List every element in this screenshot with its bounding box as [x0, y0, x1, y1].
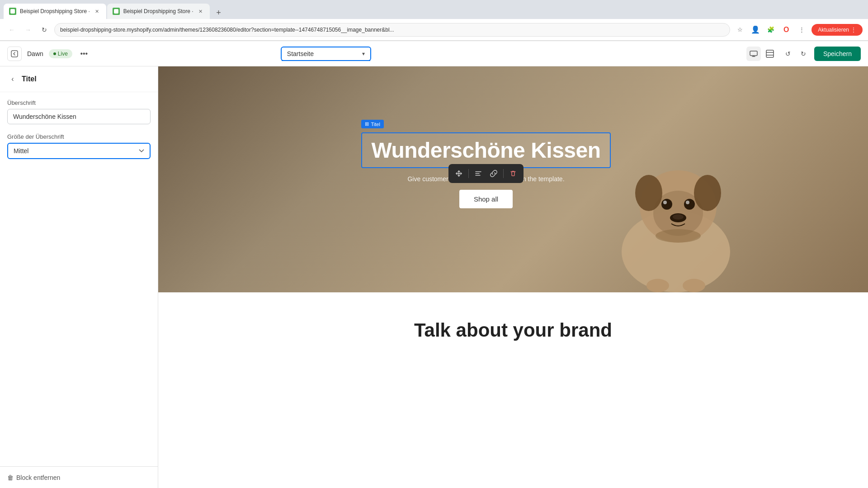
- panel-content: Überschrift Größe der Überschrift Klein …: [0, 92, 158, 466]
- address-input[interactable]: beispiel-dropshipping-store.myshopify.co…: [54, 23, 730, 37]
- editor-header: Dawn Live ••• Startseite ▾ ↺ ↻ Speichern: [0, 41, 868, 66]
- tab-2[interactable]: Beispiel Dropshipping Store · ✕: [107, 4, 210, 19]
- panel-footer: 🗑 Block entfernen: [0, 466, 158, 488]
- browser-toolbar-icons: ☆ 👤 🧩 O ⋮: [734, 23, 808, 36]
- tab-1-favicon: [9, 8, 16, 15]
- ueberschrift-input[interactable]: [7, 109, 151, 124]
- page-selector: Startseite ▾: [281, 47, 371, 61]
- toolbar-delete-button[interactable]: [506, 167, 520, 180]
- title-selected-box: Wunderschöne Kissen: [361, 132, 610, 168]
- left-panel: ‹ Titel Überschrift Größe der Überschrif…: [0, 66, 158, 488]
- panel-header: ‹ Titel: [0, 66, 158, 92]
- title-label-icon: ⊞: [365, 121, 369, 127]
- editor-main: ‹ Titel Überschrift Größe der Überschrif…: [0, 66, 868, 488]
- toolbar-separator-2: [503, 169, 504, 178]
- live-dot: [53, 52, 56, 55]
- brand-section: Talk about your brand: [158, 292, 868, 368]
- panel-back-button[interactable]: ‹: [7, 74, 18, 84]
- bookmark-icon[interactable]: ☆: [734, 23, 746, 36]
- svg-rect-4: [766, 50, 774, 57]
- section-view-icon[interactable]: [763, 47, 777, 61]
- address-bar: ← → ↻ beispiel-dropshipping-store.myshop…: [0, 19, 868, 41]
- shop-all-button[interactable]: Shop all: [459, 190, 513, 208]
- svg-rect-3: [750, 51, 757, 56]
- svg-point-16: [646, 279, 669, 292]
- toolbar-separator-1: [468, 169, 469, 178]
- profile-icon[interactable]: 👤: [749, 23, 762, 36]
- undo-redo-group: ↺ ↻: [781, 47, 811, 61]
- update-button[interactable]: Aktualisieren ⋮: [811, 24, 863, 36]
- svg-point-13: [673, 214, 684, 220]
- svg-rect-2: [11, 51, 18, 57]
- forward-button[interactable]: →: [22, 23, 34, 36]
- tab-2-title: Beispiel Dropshipping Store ·: [123, 8, 193, 14]
- ueberschrift-group: Überschrift: [7, 99, 151, 124]
- svg-point-10: [663, 201, 667, 204]
- back-button[interactable]: ←: [5, 23, 18, 36]
- editor-back-button[interactable]: [7, 47, 22, 61]
- preview-frame: ⊞ Titel Wunderschöne Kissen: [158, 66, 868, 488]
- block-remove-button[interactable]: 🗑 Block entfernen: [7, 474, 60, 481]
- live-badge: Live: [49, 49, 72, 58]
- preview-area: ⊞ Titel Wunderschöne Kissen: [158, 66, 868, 488]
- toolbar-move-button[interactable]: [452, 167, 466, 180]
- panel-title: Titel: [22, 75, 37, 83]
- redo-button[interactable]: ↻: [796, 47, 811, 61]
- refresh-button[interactable]: ↻: [38, 23, 51, 36]
- tab-1-close[interactable]: ✕: [94, 8, 101, 15]
- svg-point-18: [656, 229, 701, 243]
- title-block[interactable]: ⊞ Titel Wunderschöne Kissen: [361, 132, 610, 168]
- groesse-group: Größe der Überschrift Klein Mittel Groß: [7, 133, 151, 159]
- title-label: ⊞ Titel: [361, 120, 383, 128]
- new-tab-button[interactable]: +: [212, 6, 225, 19]
- svg-point-14: [635, 175, 662, 211]
- theme-name: Dawn: [27, 50, 43, 57]
- brand-title: Talk about your brand: [176, 319, 850, 341]
- tab-2-close[interactable]: ✕: [197, 8, 204, 15]
- settings-icon[interactable]: ⋮: [795, 23, 808, 36]
- tab-1-title: Beispiel Dropshipping Store ·: [20, 8, 90, 14]
- tab-2-favicon: [113, 8, 120, 15]
- extensions-icon[interactable]: 🧩: [764, 23, 777, 36]
- toolbar-align-button[interactable]: [472, 167, 485, 180]
- view-toggle: [746, 47, 777, 61]
- toolbar-link-button[interactable]: [487, 167, 500, 180]
- undo-button[interactable]: ↺: [781, 47, 795, 61]
- svg-rect-1: [114, 9, 118, 14]
- trash-icon: 🗑: [7, 474, 14, 481]
- floating-toolbar: [448, 164, 524, 183]
- groesse-label: Größe der Überschrift: [7, 133, 151, 140]
- chevron-down-icon: ▾: [362, 51, 365, 57]
- hero-title: Wunderschöne Kissen: [371, 138, 600, 163]
- svg-point-8: [661, 199, 672, 210]
- pug-image: [608, 121, 762, 292]
- tab-1[interactable]: Beispiel Dropshipping Store · ✕: [4, 4, 106, 19]
- address-url: beispiel-dropshipping-store.myshopify.co…: [60, 27, 394, 33]
- ueberschrift-label: Überschrift: [7, 99, 151, 106]
- page-dropdown[interactable]: Startseite ▾: [281, 47, 371, 61]
- desktop-view-icon[interactable]: [746, 47, 761, 61]
- svg-point-9: [684, 199, 695, 210]
- tab-bar: Beispiel Dropshipping Store · ✕ Beispiel…: [0, 0, 868, 19]
- save-button[interactable]: Speichern: [814, 47, 861, 61]
- svg-point-17: [683, 279, 705, 292]
- hero-banner: ⊞ Titel Wunderschöne Kissen: [158, 66, 868, 292]
- more-options-button[interactable]: •••: [78, 47, 90, 60]
- opera-icon[interactable]: O: [780, 23, 793, 36]
- svg-point-15: [694, 175, 721, 211]
- svg-point-11: [686, 201, 689, 204]
- hero-content: ⊞ Titel Wunderschöne Kissen: [361, 132, 610, 208]
- groesse-select[interactable]: Klein Mittel Groß: [7, 143, 151, 159]
- svg-rect-0: [10, 9, 15, 14]
